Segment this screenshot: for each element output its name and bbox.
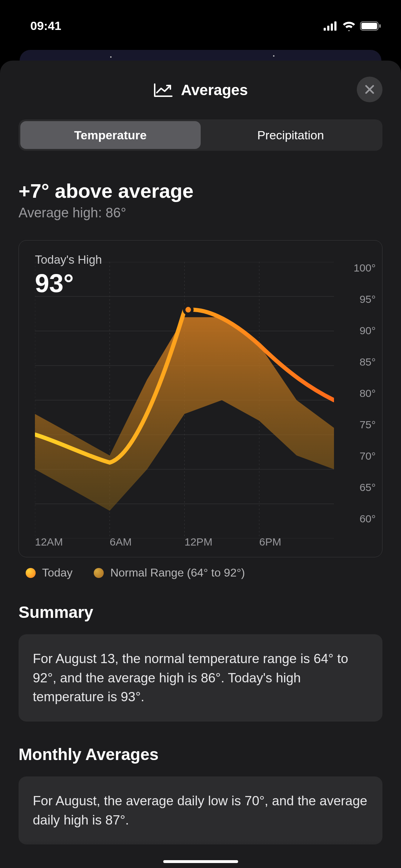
monthly-averages-title: Monthly Averages (19, 745, 382, 764)
wifi-icon (342, 21, 356, 31)
chart-legend: Today Normal Range (64° to 92°) (19, 566, 382, 579)
monthly-averages-card: For August, the average daily low is 70°… (19, 776, 382, 844)
x-tick: 6PM (259, 536, 334, 548)
monthly-averages-text: For August, the average daily low is 70°… (33, 794, 367, 827)
normal-range-band (35, 317, 334, 511)
chart-line-icon (153, 83, 173, 98)
x-tick: 6AM (110, 536, 185, 548)
svg-rect-3 (334, 21, 336, 31)
y-tick: 75° (360, 419, 376, 431)
y-tick: 100° (354, 262, 376, 274)
status-indicators (324, 21, 381, 31)
chart-card: Today's High 93° (19, 240, 382, 557)
legend-today-swatch (26, 568, 36, 578)
y-tick: 70° (360, 450, 376, 462)
close-icon (364, 84, 375, 95)
status-bar: 09:41 (0, 0, 401, 43)
legend-range-swatch (94, 568, 104, 578)
battery-icon (360, 21, 381, 31)
svg-rect-5 (361, 23, 377, 29)
legend-normal-range: Normal Range (64° to 92°) (94, 566, 245, 579)
headline-main: +7° above average (19, 179, 382, 202)
x-tick: 12AM (35, 536, 110, 548)
sheet-title: Averages (181, 82, 248, 99)
home-indicator[interactable] (163, 860, 238, 863)
today-peak-dot (184, 306, 192, 314)
svg-rect-0 (324, 28, 326, 31)
sheet-header: Averages (19, 73, 382, 107)
svg-rect-2 (331, 24, 333, 31)
headline: +7° above average Average high: 86° (19, 179, 382, 221)
segmented-control[interactable]: Temperature Precipitation (19, 119, 382, 151)
svg-rect-6 (379, 24, 381, 28)
summary-title: Summary (19, 603, 382, 622)
averages-sheet: Averages Temperature Precipitation +7° a… (0, 61, 401, 868)
y-tick: 90° (360, 325, 376, 337)
x-axis-labels: 12AM 6AM 12PM 6PM (35, 536, 334, 548)
y-tick: 95° (360, 293, 376, 305)
cellular-icon (324, 21, 338, 31)
headline-sub: Average high: 86° (19, 205, 382, 221)
y-tick: 80° (360, 387, 376, 399)
y-tick: 60° (360, 513, 376, 525)
y-tick: 85° (360, 356, 376, 368)
temperature-chart (35, 262, 334, 538)
legend-today: Today (26, 566, 72, 579)
close-button[interactable] (357, 77, 382, 102)
x-tick: 12PM (185, 536, 259, 548)
status-time: 09:41 (30, 19, 61, 33)
tab-precipitation[interactable]: Precipitation (201, 121, 381, 149)
y-axis-labels: 100° 95° 90° 85° 80° 75° 70° 65° 60° (354, 262, 376, 525)
legend-today-label: Today (42, 566, 72, 579)
y-tick: 65° (360, 481, 376, 494)
svg-rect-1 (327, 26, 329, 31)
tab-temperature[interactable]: Temperature (20, 121, 201, 149)
legend-range-label: Normal Range (64° to 92°) (110, 566, 245, 579)
summary-text: For August 13, the normal temperature ra… (33, 651, 348, 704)
summary-card: For August 13, the normal temperature ra… (19, 634, 382, 722)
